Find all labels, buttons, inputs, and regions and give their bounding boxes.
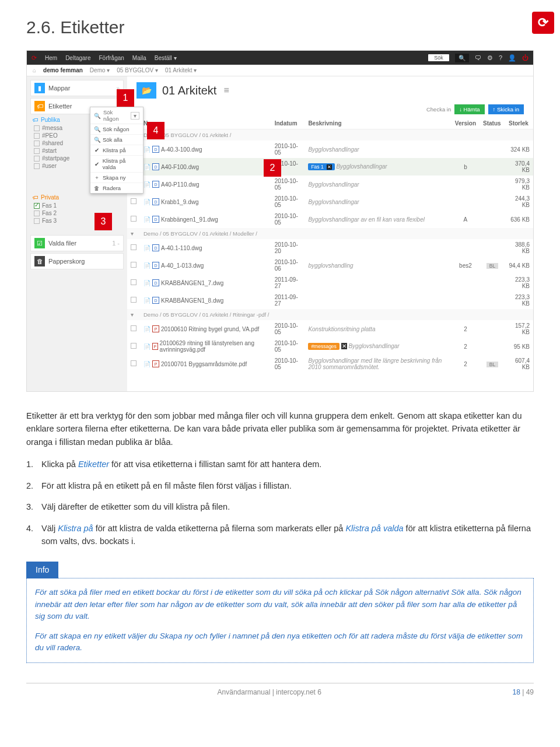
table-row[interactable]: 📄 D A-40.3-100.dwg2010-10-05Bygglovshand… bbox=[127, 141, 533, 158]
col-storlek[interactable]: Storlek bbox=[505, 118, 533, 129]
sidebar-item-label: Etiketter bbox=[48, 103, 72, 110]
file-table: Namn Indatum Beskrivning Version Status … bbox=[127, 118, 533, 373]
tag-icon: 🏷 bbox=[34, 101, 45, 111]
ctx-item[interactable]: 🗑Radera bbox=[90, 183, 143, 193]
nav-maila[interactable]: Maila bbox=[132, 55, 146, 61]
prose: Etiketter är ett bra verktyg för den som… bbox=[26, 409, 534, 663]
hamta-button[interactable]: ↓ Hämta bbox=[454, 104, 484, 114]
col-version[interactable]: Version bbox=[452, 118, 480, 129]
col-indatum[interactable]: Indatum bbox=[271, 118, 305, 129]
home-icon[interactable]: ⌂ bbox=[33, 67, 36, 73]
callout-4: 4 bbox=[147, 122, 164, 139]
main-panel: 📂 01 Arkitekt ≡ Checka in ↓ Hämta ↑ Skic… bbox=[127, 76, 533, 391]
sidebar-item-label: Mappar bbox=[48, 85, 70, 92]
ctx-item[interactable]: +Skapa ny bbox=[90, 172, 143, 183]
col-status[interactable]: Status bbox=[480, 118, 505, 129]
folder-title: 01 Arkitekt bbox=[162, 84, 216, 97]
breadcrumb-part[interactable]: 01 Arkitekt ▾ bbox=[165, 67, 197, 73]
search-button[interactable]: 🔍 bbox=[455, 54, 469, 62]
sidebar-item-mappar[interactable]: ▮ Mappar » bbox=[30, 80, 124, 96]
page-title: 2.6. Etiketter bbox=[26, 17, 534, 37]
ctx-item[interactable]: ✔Klistra på valda bbox=[90, 155, 143, 172]
step-1: Klicka på Etiketter för att visa etikett… bbox=[41, 458, 534, 471]
ctx-item[interactable]: 🔍Sök alla bbox=[90, 134, 143, 145]
col-beskr[interactable]: Beskrivning bbox=[304, 118, 451, 129]
table-row[interactable]: 📄 D A-40_1-013.dwg2010-10-06bygglovshand… bbox=[127, 257, 533, 274]
table-row[interactable]: 📄 P 20100701 Byggsamrådsmöte.pdf2010-10-… bbox=[127, 355, 533, 373]
global-search[interactable]: Sök bbox=[428, 54, 449, 61]
topbar: ⟳ Hem Deltagare Förfrågan Maila Beställ … bbox=[27, 51, 533, 65]
help-icon[interactable]: ? bbox=[499, 54, 502, 61]
table-row[interactable]: 📄 P 20100610 Ritning bygel grund, VA.pdf… bbox=[127, 320, 533, 338]
check-icon: ☑ bbox=[34, 238, 45, 248]
brand-icon: ⟳ bbox=[32, 54, 37, 62]
callout-2: 2 bbox=[264, 159, 281, 177]
step-2: För att klistra på en etikett på en fil … bbox=[41, 479, 534, 492]
callout-3: 3 bbox=[94, 213, 112, 230]
breadcrumb-part[interactable]: 05 BYGGLOV ▾ bbox=[117, 67, 158, 73]
skicka-button[interactable]: ↑ Skicka in bbox=[488, 104, 524, 114]
info-tab: Info bbox=[26, 562, 58, 579]
etiketter-context-menu: 🔍 Sök någon▾ 🔍Sök någon🔍Sök alla✔Klistra… bbox=[90, 107, 144, 194]
page-footer: Användarmanual | intercopy.net 6 18 | 49 bbox=[26, 683, 534, 696]
selected-count: 1 - bbox=[112, 240, 120, 247]
folder-icon: ▮ bbox=[34, 83, 45, 93]
page-number: 18 bbox=[513, 688, 520, 696]
table-row[interactable]: 📄 D A40-P110.dwg2010-10-05Bygglovshandli… bbox=[127, 176, 533, 193]
ctx-item[interactable]: ✔Klistra på bbox=[90, 145, 143, 155]
ctx-item[interactable]: 🔍Sök någon bbox=[90, 124, 143, 134]
table-row[interactable]: 📄 D A-40.1-110.dwg2010-10-20388,6 KB bbox=[127, 239, 533, 257]
sidebar-item-label: Papperskorg bbox=[48, 258, 85, 265]
checka-in-link[interactable]: Checka in bbox=[426, 106, 451, 113]
step-4: Välj Klistra på för att klistra de valda… bbox=[41, 522, 534, 548]
sidebar-item-label: Valda filer bbox=[48, 240, 76, 247]
nav-bestall[interactable]: Beställ ▾ bbox=[155, 55, 177, 61]
sidebar-group-privata: 🏷 Privata bbox=[33, 194, 124, 201]
ctx-search[interactable]: 🔍 Sök någon▾ bbox=[90, 107, 143, 124]
power-icon[interactable]: ⏻ bbox=[522, 54, 528, 61]
app-screenshot: ⟳ Hem Deltagare Förfrågan Maila Beställ … bbox=[26, 50, 534, 392]
gear-icon[interactable]: ⚙ bbox=[487, 54, 493, 62]
brand-logo: ⟳ bbox=[532, 12, 554, 34]
table-row[interactable]: 📄 D Krabb1_9.dwg2010-10-05Bygglovshandli… bbox=[127, 193, 533, 211]
sidebar-item-papperskorg[interactable]: 🗑 Papperskorg bbox=[30, 253, 124, 269]
footer-mid: Användarmanual | intercopy.net 6 bbox=[26, 688, 513, 696]
table-row[interactable]: 📄 D KRABBÄNGEN1_7.dwg2011-09-27223,3 KB bbox=[127, 274, 533, 292]
nav-deltagare[interactable]: Deltagare bbox=[65, 55, 90, 61]
breadcrumb-project[interactable]: demo femman bbox=[43, 67, 83, 73]
trash-icon: 🗑 bbox=[34, 256, 45, 266]
table-row[interactable]: 📄 D KRABBÄNGEN1_8.dwg2011-09-27223,3 KB bbox=[127, 292, 533, 309]
chat-icon[interactable]: 🗨 bbox=[475, 54, 481, 61]
info-p2: För att skapa en ny etikett väljer du Sk… bbox=[35, 630, 525, 654]
callout-1: 1 bbox=[117, 89, 134, 107]
breadcrumb-part[interactable]: Demo ▾ bbox=[90, 67, 110, 73]
folder-menu-icon[interactable]: ≡ bbox=[223, 85, 229, 96]
nav-forfragan[interactable]: Förfrågan bbox=[99, 55, 124, 61]
step-3: Välj därefter de etiketter som du vill k… bbox=[41, 500, 534, 513]
intro-paragraph: Etiketter är ett bra verktyg för den som… bbox=[26, 409, 534, 448]
user-icon[interactable]: 👤 bbox=[508, 54, 516, 62]
breadcrumb-bar: ⌂ demo femman Demo ▾ 05 BYGGLOV ▾ 01 Ark… bbox=[27, 65, 533, 76]
table-row[interactable]: 📄 P 20100629 ritning till länstyrelsen a… bbox=[127, 338, 533, 355]
table-row[interactable]: 📄 D Krabbängen1_91.dwg2010-10-05Bygglovs… bbox=[127, 211, 533, 228]
page-total: | 49 bbox=[520, 688, 534, 696]
folder-open-icon: 📂 bbox=[136, 82, 156, 99]
info-box: Info För att söka på filer med en etiket… bbox=[26, 561, 534, 663]
info-p1: För att söka på filer med en etikett boc… bbox=[35, 587, 525, 622]
nav-hem[interactable]: Hem bbox=[45, 55, 57, 61]
table-row[interactable]: 📄 D A40-F100.dwg2010-10-05Fas 1✕ Bygglov… bbox=[127, 158, 533, 176]
private-tag[interactable]: Fas 1 bbox=[33, 202, 124, 209]
sidebar-item-valda[interactable]: ☑ Valda filer 1 - bbox=[30, 235, 124, 251]
